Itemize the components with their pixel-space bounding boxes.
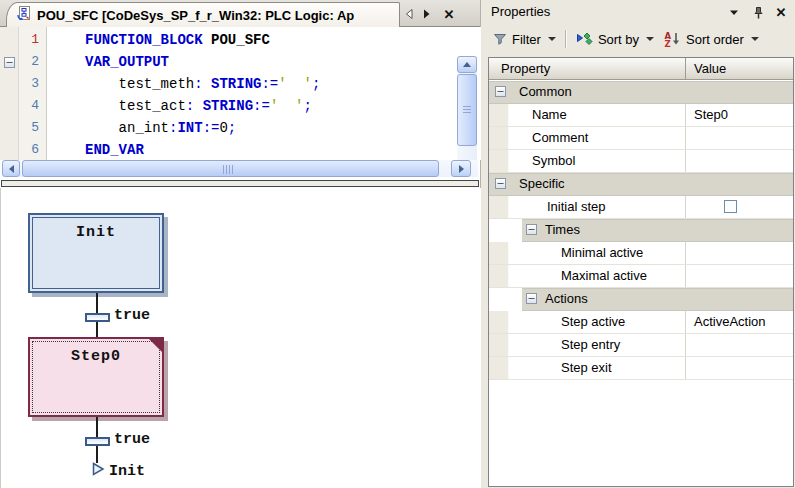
- panel-menu-button[interactable]: [726, 5, 742, 20]
- property-label: Maximal active: [561, 265, 647, 287]
- sort-by-button[interactable]: Sort by: [571, 29, 659, 50]
- indent-strip: [489, 196, 509, 218]
- sort-by-icon: [576, 32, 593, 46]
- property-group-row[interactable]: –Actions: [489, 288, 793, 311]
- tab-close-button[interactable]: ✕: [441, 6, 457, 22]
- collapse-icon[interactable]: –: [526, 224, 537, 235]
- transition-condition[interactable]: true: [114, 308, 150, 324]
- fold-cell: [0, 139, 19, 160]
- property-row[interactable]: Symbol: [489, 150, 793, 173]
- filter-icon: [493, 32, 507, 46]
- property-column-header[interactable]: Property: [501, 61, 550, 76]
- collapse-icon[interactable]: –: [526, 293, 537, 304]
- properties-titlebar: Properties ✕: [481, 0, 795, 24]
- property-value[interactable]: [685, 150, 793, 172]
- property-row[interactable]: Step exit: [489, 357, 793, 380]
- collapse-icon[interactable]: –: [495, 178, 506, 189]
- filter-label: Filter: [512, 32, 541, 47]
- sfc-diagram-canvas[interactable]: Init true Step0 true Init: [0, 188, 481, 488]
- group-label: Specific: [519, 173, 565, 195]
- panel-title: Properties: [491, 4, 550, 19]
- property-label: Step active: [561, 311, 625, 333]
- property-row[interactable]: Step activeActiveAction: [489, 311, 793, 334]
- vertical-scroll-thumb[interactable]: [457, 74, 477, 146]
- tab-scroll-right-button[interactable]: [419, 6, 435, 22]
- sfc-transition-1[interactable]: [85, 313, 110, 322]
- pushpin-icon: [752, 6, 765, 20]
- property-row[interactable]: Initial step: [489, 196, 793, 219]
- dropdown-caret-icon: [751, 37, 759, 41]
- sfc-jump-icon[interactable]: [92, 462, 105, 480]
- property-row[interactable]: NameStep0: [489, 104, 793, 127]
- sfc-connector-line: [96, 417, 98, 437]
- triangle-right-icon: [421, 7, 433, 21]
- property-group-row[interactable]: –Times: [489, 219, 793, 242]
- editor-tab-bar: POU_SFC [CoDeSys_SP_f_r_Win32: PLC Logic…: [0, 0, 480, 27]
- scroll-left-button[interactable]: [2, 160, 20, 177]
- property-row[interactable]: Step entry: [489, 334, 793, 357]
- code-line[interactable]: 1FUNCTION_BLOCK POU_SFC: [0, 29, 440, 51]
- tab-pou-sfc[interactable]: POU_SFC [CoDeSys_SP_f_r_Win32: PLC Logic…: [6, 2, 400, 27]
- triangle-left-icon: [403, 7, 415, 21]
- code-line[interactable]: –2VAR_OUTPUT: [0, 51, 440, 73]
- properties-panel: Properties ✕ Filter: [481, 0, 795, 488]
- line-number: 5: [19, 117, 44, 139]
- property-row[interactable]: Comment: [489, 127, 793, 150]
- sfc-step-init[interactable]: Init: [28, 213, 164, 293]
- editor-horizontal-scrollbar[interactable]: [2, 160, 478, 177]
- property-value[interactable]: ActiveAction: [685, 311, 793, 333]
- property-label: Comment: [532, 127, 588, 149]
- scroll-right-button[interactable]: [451, 160, 471, 177]
- declaration-editor[interactable]: 1FUNCTION_BLOCK POU_SFC–2VAR_OUTPUT3 tes…: [0, 27, 481, 160]
- grid-header[interactable]: Property Value: [489, 58, 793, 80]
- property-group-row[interactable]: –Specific: [489, 173, 793, 196]
- panel-pin-button[interactable]: [750, 5, 766, 20]
- code-line[interactable]: 3 test_meth: STRING:=' ';: [0, 73, 440, 95]
- close-icon: ✕: [776, 5, 787, 20]
- sfc-jump-target[interactable]: Init: [109, 463, 145, 480]
- indent-strip: [489, 311, 509, 333]
- property-label: Initial step: [547, 196, 606, 218]
- property-value[interactable]: [685, 265, 793, 287]
- editor-splitter[interactable]: [1, 180, 479, 187]
- property-row[interactable]: Minimal active: [489, 242, 793, 265]
- property-value[interactable]: [685, 242, 793, 264]
- group-label: Times: [545, 219, 580, 241]
- horizontal-scroll-thumb[interactable]: [22, 160, 439, 177]
- sfc-connector-line: [96, 293, 98, 313]
- editor-vertical-scrollbar[interactable]: [457, 56, 477, 160]
- indent-strip: [489, 104, 509, 126]
- panel-close-button[interactable]: ✕: [773, 5, 789, 20]
- tab-scroll-left-button[interactable]: [401, 6, 417, 22]
- initial-step-checkbox[interactable]: [724, 200, 737, 213]
- property-label: Step exit: [561, 357, 612, 379]
- property-value[interactable]: Step0: [685, 104, 793, 126]
- transition-condition[interactable]: true: [114, 432, 150, 448]
- dropdown-caret-icon: [646, 37, 654, 41]
- sfc-transition-2[interactable]: [85, 437, 110, 446]
- property-value[interactable]: [685, 196, 793, 218]
- fold-cell: [0, 95, 19, 117]
- line-number: 4: [19, 95, 44, 117]
- fold-collapse-icon[interactable]: –: [0, 51, 19, 73]
- minus-icon[interactable]: –: [4, 57, 15, 68]
- thumb-grip: [463, 106, 471, 115]
- code-line[interactable]: 5 an_int:INT:=0;: [0, 117, 440, 139]
- arrow-left-icon: [9, 165, 14, 173]
- code-line[interactable]: 4 test_act: STRING:=' ';: [0, 95, 440, 117]
- property-row[interactable]: Maximal active: [489, 265, 793, 288]
- property-group-row[interactable]: –Common: [489, 81, 793, 104]
- property-value[interactable]: [685, 127, 793, 149]
- filter-button[interactable]: Filter: [488, 29, 561, 50]
- sort-by-label: Sort by: [598, 32, 639, 47]
- value-column-header[interactable]: Value: [685, 58, 793, 79]
- scroll-up-button[interactable]: [457, 56, 477, 73]
- code-text: test_meth: STRING:=' ';: [85, 73, 320, 95]
- property-value[interactable]: [685, 357, 793, 379]
- code-line[interactable]: 6END_VAR: [0, 139, 440, 160]
- sfc-step-step0-selected[interactable]: Step0: [28, 337, 164, 417]
- sort-order-button[interactable]: A Z Sort order: [659, 28, 764, 50]
- dropdown-caret-icon: [548, 37, 556, 41]
- property-value[interactable]: [685, 334, 793, 356]
- collapse-icon[interactable]: –: [495, 86, 506, 97]
